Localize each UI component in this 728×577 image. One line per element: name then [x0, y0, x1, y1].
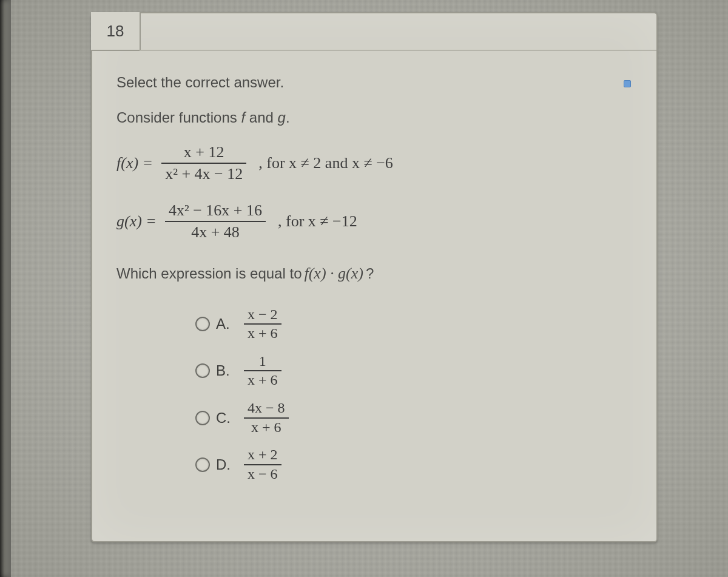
- question-content: Select the correct answer. Consider func…: [116, 74, 632, 529]
- g-fraction: 4x² − 16x + 16 4x + 48: [165, 200, 266, 243]
- option-b-math: 1 x + 6: [244, 353, 281, 390]
- which-prefix: Which expression is equal to: [116, 265, 302, 282]
- equation-f: f(x) = x + 12 x² + 4x − 12 , for x ≠ 2 a…: [116, 142, 632, 184]
- consider-text: Consider functions f and g.: [116, 109, 632, 126]
- instruction-text: Select the correct answer.: [116, 74, 632, 91]
- answer-options: A. x − 2 x + 6 B. 1 x + 6: [195, 306, 632, 484]
- radio-c[interactable]: [195, 411, 210, 425]
- g-lhs: g(x) =: [116, 212, 157, 231]
- option-c-num: 4x − 8: [244, 399, 289, 417]
- g-condition: , for x ≠ −12: [278, 212, 357, 231]
- consider-g: g: [278, 109, 286, 126]
- question-number-box: 18: [91, 12, 141, 51]
- option-a-num: x − 2: [244, 306, 281, 324]
- consider-suffix: .: [286, 109, 290, 126]
- consider-mid: and: [245, 109, 277, 126]
- question-number: 18: [107, 22, 124, 41]
- question-card: 18 Select the correct answer. Consider f…: [91, 12, 658, 542]
- consider-prefix: Consider functions: [116, 109, 241, 126]
- option-d-den: x − 6: [244, 465, 281, 484]
- which-qmark: ?: [366, 265, 374, 282]
- option-d-num: x + 2: [244, 446, 281, 464]
- option-a-math: x − 2 x + 6: [244, 306, 281, 343]
- bezel-left: [0, 0, 11, 577]
- option-a[interactable]: A. x − 2 x + 6: [195, 306, 632, 343]
- option-a-den: x + 6: [244, 325, 281, 343]
- option-c[interactable]: C. 4x − 8 x + 6: [195, 399, 632, 436]
- f-lhs: f(x) =: [116, 154, 153, 172]
- radio-d[interactable]: [195, 457, 210, 472]
- f-condition: , for x ≠ 2 and x ≠ −6: [258, 154, 393, 172]
- g-denominator: 4x + 48: [187, 222, 243, 243]
- option-c-label: C.: [216, 410, 244, 427]
- option-b-label: B.: [216, 362, 244, 379]
- g-numerator: 4x² − 16x + 16: [165, 200, 266, 221]
- option-b-den: x + 6: [244, 371, 281, 390]
- f-denominator: x² + 4x − 12: [161, 164, 246, 184]
- f-numerator: x + 12: [180, 142, 228, 163]
- option-b-num: 1: [255, 353, 270, 371]
- radio-b[interactable]: [195, 363, 210, 378]
- option-c-den: x + 6: [248, 419, 285, 437]
- option-d[interactable]: D. x + 2 x − 6: [195, 446, 632, 483]
- option-d-label: D.: [216, 456, 244, 473]
- radio-a[interactable]: [195, 317, 210, 331]
- option-b[interactable]: B. 1 x + 6: [195, 353, 632, 390]
- header-separator: [140, 50, 656, 51]
- which-question: Which expression is equal to f(x) · g(x)…: [116, 265, 632, 283]
- option-d-math: x + 2 x − 6: [244, 446, 281, 483]
- option-a-label: A.: [216, 315, 244, 332]
- equation-g: g(x) = 4x² − 16x + 16 4x + 48 , for x ≠ …: [116, 200, 632, 243]
- option-c-math: 4x − 8 x + 6: [244, 399, 289, 436]
- which-expression: f(x) · g(x): [304, 265, 363, 283]
- f-fraction: x + 12 x² + 4x − 12: [161, 142, 246, 184]
